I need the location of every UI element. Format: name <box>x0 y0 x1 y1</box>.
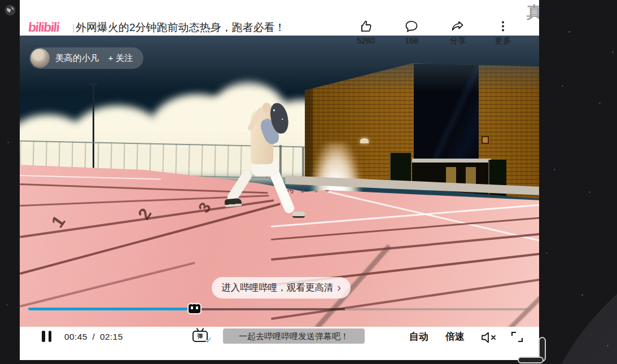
share-icon <box>450 19 466 34</box>
lane-line <box>20 262 195 308</box>
progress-remaining <box>345 308 531 310</box>
more-button[interactable]: 更多 <box>483 19 523 45</box>
horizontal-scrollbar-thumb[interactable] <box>518 357 544 363</box>
video-title[interactable]: 外网爆火的2分钟跑前动态热身，跑者必看！ <box>76 20 286 35</box>
cta-label: 进入哔哩哔哩，观看更高清 <box>221 282 333 294</box>
bilibili-player: bilibili | 外网爆火的2分钟跑前动态热身，跑者必看！ 真 5280 1… <box>20 0 539 360</box>
logo-title-separator: | <box>72 23 75 34</box>
lane-line <box>271 204 539 227</box>
pause-button[interactable] <box>42 331 53 342</box>
video-frame[interactable]: 1 2 3 3 4 5 6 <box>20 36 539 327</box>
globe-icon <box>4 4 16 16</box>
page-background: bilibili | 外网爆火的2分钟跑前动态热身，跑者必看！ 真 5280 1… <box>0 0 617 364</box>
more-icon <box>495 19 511 34</box>
lane-line <box>20 175 161 180</box>
progress-played <box>28 308 194 310</box>
share-label: 分享 <box>450 37 466 45</box>
comment-icon <box>404 19 419 34</box>
progress-handle-tv-icon[interactable] <box>189 304 200 313</box>
open-in-bilibili-button[interactable]: 进入哔哩哔哩，观看更高清 › <box>212 277 351 299</box>
danmaku-toggle-button[interactable]: 弹 ✓ <box>192 327 211 344</box>
fullscreen-icon[interactable] <box>510 331 524 343</box>
chevron-right-icon: › <box>337 282 341 293</box>
watermark-text: 真 <box>527 2 539 23</box>
fence-post <box>302 147 304 195</box>
track-shadow-streak <box>495 268 539 327</box>
time-total: 02:15 <box>100 332 123 341</box>
runner-shoe <box>224 198 242 208</box>
mute-icon[interactable] <box>480 331 497 344</box>
time-separator: / <box>93 332 95 341</box>
bilibili-logo[interactable]: bilibili <box>28 20 60 35</box>
like-button[interactable]: 5280 <box>345 19 386 45</box>
quality-auto-button[interactable]: 自动 <box>409 330 428 343</box>
runner-shoe <box>292 212 305 218</box>
progress-bar[interactable] <box>28 308 531 310</box>
share-button[interactable]: 分享 <box>437 19 478 45</box>
uploader-chip[interactable]: 美高的小凡 + 关注 <box>29 47 143 69</box>
danmaku-check-icon: ✓ <box>205 335 212 345</box>
lit-window <box>482 136 489 144</box>
danmaku-input[interactable]: 一起去哔哩哔哩发送弹幕吧！ <box>223 328 365 344</box>
like-count: 5280 <box>357 37 375 45</box>
time-display: 00:45 / 02:15 <box>63 332 124 342</box>
control-bar: 00:45 / 02:15 弹 ✓ 一起去哔哩哔哩发送弹幕吧！ 自动 倍速 <box>20 327 539 360</box>
follow-button[interactable]: + 关注 <box>108 52 133 64</box>
uploader-avatar[interactable] <box>30 49 50 68</box>
lane-number: 3 <box>195 199 215 216</box>
star-specks <box>0 0 1 1</box>
wall-lamp <box>360 138 369 143</box>
comment-button[interactable]: 168 <box>391 19 432 45</box>
more-label: 更多 <box>495 37 511 45</box>
progress-buffered <box>194 308 345 310</box>
comment-count: 168 <box>405 37 418 45</box>
lane-line <box>327 191 539 243</box>
like-icon <box>358 19 374 34</box>
playback-speed-button[interactable]: 倍速 <box>445 330 465 343</box>
uploader-name[interactable]: 美高的小凡 <box>55 52 99 64</box>
time-current: 00:45 <box>64 332 87 341</box>
